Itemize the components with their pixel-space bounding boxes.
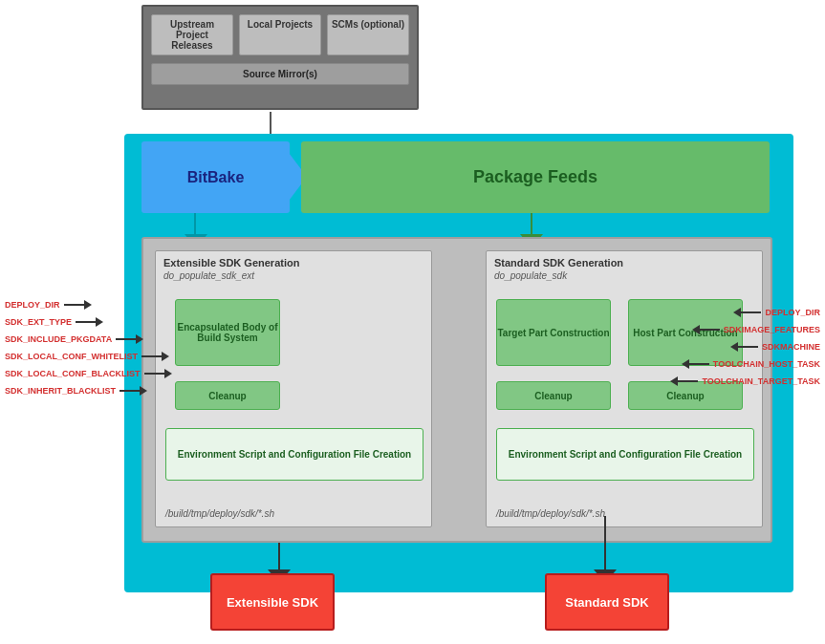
env-std-label: Environment Script and Configuration Fil…: [509, 449, 742, 460]
scms-optional: SCMs (optional): [327, 14, 409, 55]
sdk-ext-type-label: SDK_EXT_TYPE: [5, 313, 72, 331]
std-sdk-title: Standard SDK Generation: [487, 251, 762, 270]
extensible-sdk-output: Extensible SDK: [210, 573, 335, 631]
sdk-local-conf-blacklist-label: SDK_LOCAL_CONF_BLACKLIST: [5, 365, 141, 382]
std-sdk-subtitle: do_populate_sdk: [487, 270, 762, 287]
sdk-container: Extensible SDK Generation do_populate_sd…: [141, 237, 772, 543]
standard-sdk-output: Standard SDK: [545, 573, 669, 631]
right-label-sdkmachine: SDKMACHINE: [677, 338, 820, 355]
left-label-sdk-inherit-blacklist: SDK_INHERIT_BLACKLIST: [5, 382, 165, 399]
path-ext-label: /build/tmp/deploy/sdk/*.sh: [165, 508, 274, 519]
sdk-include-pkgdata-label: SDK_INCLUDE_PKGDATA: [5, 331, 112, 348]
ext-sdk-title: Extensible SDK Generation: [156, 251, 431, 270]
encapsulated-body-box: Encapsulated Body of Build System: [175, 299, 280, 366]
package-feeds-area: Package Feeds: [301, 141, 770, 213]
cleanup-ext-box: Cleanup: [175, 381, 280, 410]
encapsulated-body-label: Encapsulated Body of Build System: [176, 322, 279, 343]
right-label-sdkimage-features: SDKIMAGE_FEATURES: [677, 321, 820, 338]
cleanup-ext-label: Cleanup: [208, 391, 246, 401]
left-label-deploy-dir: DEPLOY_DIR: [5, 296, 165, 313]
right-label-deploy-dir: DEPLOY_DIR: [677, 304, 820, 321]
cleanup-target-box: Cleanup: [496, 381, 611, 410]
toolchain-host-task-label: TOOLCHAIN_HOST_TASK: [713, 355, 820, 373]
toolchain-target-task-label: TOOLCHAIN_TARGET_TASK: [702, 373, 820, 390]
ext-sdk-subtitle: do_populate_sdk_ext: [156, 270, 431, 287]
bitbake-area: BitBake: [141, 141, 290, 213]
ext-sdk-box: Extensible SDK Generation do_populate_sd…: [155, 250, 432, 527]
right-label-toolchain-host: TOOLCHAIN_HOST_TASK: [677, 355, 820, 373]
package-feeds-label: Package Feeds: [473, 167, 597, 187]
local-projects: Local Projects: [239, 14, 321, 55]
env-std-box: Environment Script and Configuration Fil…: [496, 428, 754, 481]
cleanup-target-label: Cleanup: [534, 391, 572, 401]
target-part-label: Target Part Construction: [497, 328, 609, 338]
left-label-sdk-include-pkgdata: SDK_INCLUDE_PKGDATA: [5, 331, 165, 348]
standard-sdk-output-label: Standard SDK: [565, 595, 648, 610]
extensible-sdk-output-label: Extensible SDK: [227, 595, 318, 610]
left-labels-container: DEPLOY_DIR SDK_EXT_TYPE SDK_INCLUDE_PKGD…: [5, 296, 165, 399]
env-ext-label: Environment Script and Configuration Fil…: [178, 449, 411, 460]
sdk-local-conf-whitelist-label: SDK_LOCAL_CONF_WHITELIST: [5, 348, 138, 365]
env-ext-box: Environment Script and Configuration Fil…: [165, 428, 423, 481]
left-label-sdk-ext-type: SDK_EXT_TYPE: [5, 313, 165, 331]
cleanup-host-label: Cleanup: [666, 391, 704, 401]
source-box: Upstream Project Releases Local Projects…: [141, 5, 419, 110]
left-label-sdk-local-conf-whitelist: SDK_LOCAL_CONF_WHITELIST: [5, 348, 165, 365]
source-mirror: Source Mirror(s): [151, 63, 409, 85]
upstream-project-releases: Upstream Project Releases: [151, 14, 233, 55]
std-output-arrow-line: [604, 516, 606, 573]
source-items: Upstream Project Releases Local Projects…: [143, 7, 417, 59]
sdk-inherit-blacklist-label: SDK_INHERIT_BLACKLIST: [5, 382, 116, 399]
right-label-toolchain-target: TOOLCHAIN_TARGET_TASK: [677, 373, 820, 390]
bitbake-label: BitBake: [187, 169, 245, 186]
path-std-label: /build/tmp/deploy/sdk/*.sh: [496, 508, 605, 519]
sdkmachine-label: SDKMACHINE: [762, 338, 820, 355]
target-part-box: Target Part Construction: [496, 299, 611, 366]
deploy-dir-label: DEPLOY_DIR: [5, 296, 60, 313]
right-labels-container: DEPLOY_DIR SDKIMAGE_FEATURES SDKMACHINE …: [677, 304, 820, 390]
sdkimage-features-label: SDKIMAGE_FEATURES: [724, 321, 820, 338]
right-deploy-dir-label: DEPLOY_DIR: [765, 304, 820, 321]
left-label-sdk-local-conf-blacklist: SDK_LOCAL_CONF_BLACKLIST: [5, 365, 165, 382]
